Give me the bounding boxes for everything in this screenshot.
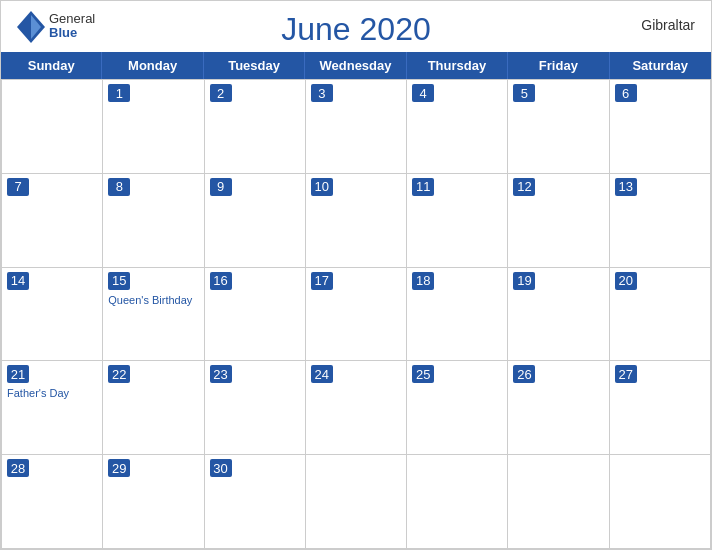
calendar-cell: 11	[407, 174, 508, 268]
calendar-cell: 27	[610, 361, 711, 455]
calendar-cell	[508, 455, 609, 549]
calendar-cell: 30	[205, 455, 306, 549]
cell-date-number: 22	[108, 365, 130, 383]
logo-general: General	[49, 12, 95, 26]
cell-date-number: 12	[513, 178, 535, 196]
day-headers: Sunday Monday Tuesday Wednesday Thursday…	[1, 52, 711, 79]
calendar-cell: 28	[2, 455, 103, 549]
cell-date-number: 29	[108, 459, 130, 477]
calendar-cell: 1	[103, 80, 204, 174]
calendar-cell: 2	[205, 80, 306, 174]
day-header-tuesday: Tuesday	[204, 52, 305, 79]
calendar-cell: 8	[103, 174, 204, 268]
cell-date-number: 26	[513, 365, 535, 383]
cell-date-number: 16	[210, 272, 232, 290]
cell-date-number: 24	[311, 365, 333, 383]
calendar-cell: 6	[610, 80, 711, 174]
calendar-cell	[407, 455, 508, 549]
calendar-container: General Blue June 2020 Gibraltar Sunday …	[0, 0, 712, 550]
calendar-cell: 13	[610, 174, 711, 268]
calendar-cell	[610, 455, 711, 549]
day-header-wednesday: Wednesday	[305, 52, 406, 79]
calendar-cell: 18	[407, 268, 508, 362]
calendar-cell: 16	[205, 268, 306, 362]
cell-date-number: 3	[311, 84, 333, 102]
cell-holiday-label: Queen's Birthday	[108, 294, 198, 307]
cell-date-number: 7	[7, 178, 29, 196]
logo-blue: Blue	[49, 26, 95, 40]
cell-holiday-label: Father's Day	[7, 387, 97, 400]
cell-date-number: 17	[311, 272, 333, 290]
logo-text: General Blue	[49, 12, 95, 41]
calendar-cell	[2, 80, 103, 174]
calendar-cell: 3	[306, 80, 407, 174]
cell-date-number: 4	[412, 84, 434, 102]
cell-date-number: 9	[210, 178, 232, 196]
region-label: Gibraltar	[641, 17, 695, 33]
calendar-cell: 23	[205, 361, 306, 455]
day-header-friday: Friday	[508, 52, 609, 79]
cell-date-number: 25	[412, 365, 434, 383]
calendar-cell: 10	[306, 174, 407, 268]
calendar-header: General Blue June 2020 Gibraltar	[1, 1, 711, 52]
logo: General Blue	[17, 9, 95, 43]
calendar-cell: 19	[508, 268, 609, 362]
day-header-thursday: Thursday	[407, 52, 508, 79]
calendar-cell	[306, 455, 407, 549]
calendar-cell: 15Queen's Birthday	[103, 268, 204, 362]
cell-date-number: 1	[108, 84, 130, 102]
month-title: June 2020	[281, 11, 430, 48]
cell-date-number: 19	[513, 272, 535, 290]
calendar-cell: 26	[508, 361, 609, 455]
calendar-cell: 24	[306, 361, 407, 455]
cell-date-number	[7, 84, 29, 102]
day-header-monday: Monday	[102, 52, 203, 79]
cell-date-number	[412, 459, 434, 477]
calendar-cell: 25	[407, 361, 508, 455]
calendar-cell: 21Father's Day	[2, 361, 103, 455]
cell-date-number: 2	[210, 84, 232, 102]
calendar-grid: 123456789101112131415Queen's Birthday161…	[1, 79, 711, 549]
cell-date-number	[615, 459, 637, 477]
cell-date-number: 21	[7, 365, 29, 383]
cell-date-number: 30	[210, 459, 232, 477]
calendar-cell: 12	[508, 174, 609, 268]
cell-date-number: 15	[108, 272, 130, 290]
cell-date-number: 10	[311, 178, 333, 196]
cell-date-number: 8	[108, 178, 130, 196]
calendar-cell: 20	[610, 268, 711, 362]
day-header-saturday: Saturday	[610, 52, 711, 79]
calendar-cell: 22	[103, 361, 204, 455]
cell-date-number	[311, 459, 333, 477]
cell-date-number: 27	[615, 365, 637, 383]
calendar-cell: 29	[103, 455, 204, 549]
cell-date-number	[513, 459, 535, 477]
calendar-cell: 7	[2, 174, 103, 268]
cell-date-number: 13	[615, 178, 637, 196]
cell-date-number: 5	[513, 84, 535, 102]
calendar-cell: 4	[407, 80, 508, 174]
cell-date-number: 28	[7, 459, 29, 477]
calendar-cell: 9	[205, 174, 306, 268]
cell-date-number: 6	[615, 84, 637, 102]
day-header-sunday: Sunday	[1, 52, 102, 79]
calendar-cell: 17	[306, 268, 407, 362]
cell-date-number: 11	[412, 178, 434, 196]
calendar-cell: 5	[508, 80, 609, 174]
cell-date-number: 23	[210, 365, 232, 383]
logo-icon	[17, 11, 45, 43]
cell-date-number: 18	[412, 272, 434, 290]
cell-date-number: 14	[7, 272, 29, 290]
calendar-cell: 14	[2, 268, 103, 362]
cell-date-number: 20	[615, 272, 637, 290]
